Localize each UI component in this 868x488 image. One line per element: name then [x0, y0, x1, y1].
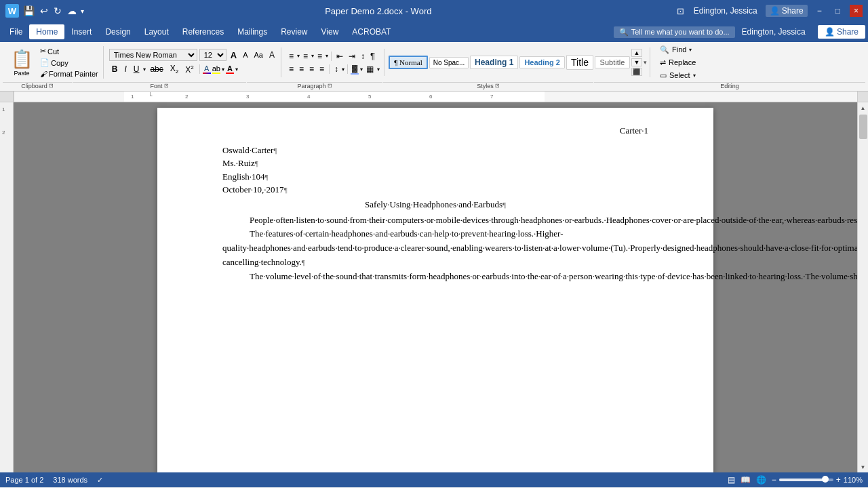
- styles-up-arrow[interactable]: ▲: [631, 49, 642, 57]
- italic-button[interactable]: I: [121, 64, 129, 75]
- dd-shading-arrow[interactable]: ▾: [360, 66, 363, 73]
- editing-label: Editing: [594, 82, 865, 89]
- superscript-button[interactable]: X2: [182, 64, 196, 75]
- document-title: Paper Demo 2.docx - Word: [325, 6, 431, 16]
- font-color-button[interactable]: A: [226, 64, 234, 74]
- text-effects-button[interactable]: A: [203, 64, 211, 74]
- menu-mailings[interactable]: Mailings: [231, 24, 274, 39]
- font-size-select[interactable]: 12: [199, 49, 226, 61]
- menu-design[interactable]: Design: [98, 24, 137, 39]
- share-button[interactable]: 👤 Share: [766, 5, 808, 17]
- align-left-button[interactable]: ≡: [287, 64, 296, 75]
- styles-expand-button[interactable]: ▾: [644, 59, 647, 66]
- multilevel-button[interactable]: ≡: [315, 51, 324, 62]
- dd-multilevel-arrow[interactable]: ▾: [326, 53, 328, 59]
- menu-file[interactable]: File: [3, 24, 29, 39]
- redo-button[interactable]: ↻: [52, 4, 63, 18]
- vertical-scrollbar[interactable]: ▲ ▼: [857, 102, 868, 472]
- scroll-up-button[interactable]: ▲: [858, 102, 869, 113]
- dd-underline-arrow[interactable]: ▾: [143, 66, 146, 73]
- style-heading2[interactable]: Heading 2: [519, 56, 565, 68]
- borders-button[interactable]: ▦: [364, 64, 376, 75]
- bullets-button[interactable]: ≡: [287, 51, 296, 62]
- read-mode-view[interactable]: 📖: [741, 475, 751, 485]
- copy-button[interactable]: 📄 Copy: [38, 58, 100, 68]
- restore-button[interactable]: ⊡: [673, 5, 688, 18]
- subscript-button[interactable]: X2: [167, 63, 181, 75]
- separator1: [199, 64, 200, 74]
- minimize-button[interactable]: −: [813, 5, 826, 17]
- zoom-slider[interactable]: [779, 479, 833, 481]
- menu-acrobat[interactable]: ACROBAT: [345, 24, 397, 39]
- scroll-thumb[interactable]: [859, 115, 867, 139]
- dd-numbering-arrow[interactable]: ▾: [311, 53, 314, 59]
- menu-review[interactable]: Review: [274, 24, 314, 39]
- font-shrink-button[interactable]: A: [241, 50, 250, 60]
- sort-button[interactable]: ↕: [359, 51, 367, 62]
- menu-layout[interactable]: Layout: [138, 24, 176, 39]
- styles-down-arrow[interactable]: ▼: [631, 58, 642, 66]
- document-page[interactable]: Carter·1 Oswald·Carter¶ Ms.·Ruiz¶ Englis…: [157, 108, 713, 472]
- bold-button[interactable]: B: [109, 64, 121, 75]
- style-no-spacing[interactable]: No Spac...: [429, 57, 469, 68]
- line-spacing-button[interactable]: ↕: [332, 64, 340, 75]
- menu-insert[interactable]: Insert: [64, 24, 98, 39]
- scroll-down-button[interactable]: ▼: [858, 462, 869, 472]
- clipboard-expand[interactable]: ⊡: [49, 83, 54, 89]
- style-heading1[interactable]: Heading 1: [470, 56, 518, 69]
- shading-button[interactable]: ▓: [351, 64, 359, 75]
- document-scroll-area[interactable]: Carter·1 Oswald·Carter¶ Ms.·Ruiz¶ Englis…: [14, 102, 857, 472]
- undo-button[interactable]: ↩: [39, 4, 50, 18]
- menu-view[interactable]: View: [315, 24, 346, 39]
- font-grow-button[interactable]: A: [229, 49, 239, 61]
- zoom-slider-thumb[interactable]: [822, 476, 829, 483]
- customize-qa: ▾: [81, 7, 84, 15]
- clear-format-button[interactable]: A: [267, 49, 277, 60]
- paste-button[interactable]: 📋 Paste: [5, 46, 38, 79]
- ruler-tick-3: 3: [246, 94, 249, 100]
- para-expand[interactable]: ⊡: [328, 83, 332, 89]
- tell-me-search[interactable]: 🔍 Tell me what you want to do...: [614, 26, 735, 38]
- show-formatting-button[interactable]: ¶: [368, 50, 377, 62]
- underline-button[interactable]: U: [131, 64, 142, 75]
- find-button[interactable]: 🔍 Find ▾: [657, 44, 698, 56]
- styles-expand[interactable]: ⊡: [495, 83, 500, 89]
- web-view[interactable]: 🌐: [756, 475, 766, 485]
- maximize-button[interactable]: □: [831, 5, 844, 17]
- numbering-button[interactable]: ≡: [301, 51, 310, 62]
- justify-button[interactable]: ≡: [317, 64, 326, 75]
- dd-line-spacing-arrow[interactable]: ▾: [342, 66, 344, 73]
- font-expand[interactable]: ⊡: [164, 83, 169, 89]
- replace-button[interactable]: ⇌ Replace: [657, 57, 698, 68]
- menu-references[interactable]: References: [176, 24, 231, 39]
- save-button[interactable]: 💾: [22, 4, 36, 18]
- zoom-out-button[interactable]: −: [772, 475, 776, 485]
- increase-indent-button[interactable]: ⇥: [347, 51, 357, 62]
- print-layout-view[interactable]: ▤: [728, 475, 735, 485]
- proofing-icon[interactable]: ✓: [97, 476, 103, 485]
- dd-bullets-arrow[interactable]: ▾: [297, 53, 300, 59]
- styles-more-arrow[interactable]: ⬛: [631, 68, 642, 76]
- strikethrough-button[interactable]: abc: [147, 64, 165, 75]
- cut-button[interactable]: ✂ Cut: [38, 46, 100, 56]
- format-painter-button[interactable]: 🖌 Format Painter: [38, 69, 100, 79]
- dd-borders-arrow[interactable]: ▾: [377, 66, 380, 73]
- style-subtitle[interactable]: Subtitle: [595, 56, 630, 68]
- menu-home[interactable]: Home: [29, 24, 64, 39]
- decrease-indent-button[interactable]: ⇤: [334, 51, 345, 62]
- dd-highlight-arrow[interactable]: ▾: [222, 66, 224, 73]
- autosave-button[interactable]: ☁: [66, 4, 78, 18]
- dd-font-color-arrow[interactable]: ▾: [235, 66, 238, 73]
- style-title[interactable]: Title: [566, 55, 593, 70]
- style-normal[interactable]: ¶ Normal: [389, 56, 428, 69]
- align-center-button[interactable]: ≡: [297, 64, 306, 75]
- align-right-button[interactable]: ≡: [307, 64, 316, 75]
- zoom-in-button[interactable]: +: [836, 475, 841, 485]
- change-case-button[interactable]: Aa: [252, 50, 264, 60]
- font-family-select[interactable]: Times New Roman: [109, 49, 197, 61]
- scroll-track[interactable]: [859, 113, 868, 462]
- select-button[interactable]: ▭ Select ▾: [657, 70, 698, 81]
- highlight-button[interactable]: ab: [212, 64, 220, 74]
- share-ribbon-button[interactable]: 👤 Share: [818, 25, 865, 39]
- close-button[interactable]: ×: [850, 5, 863, 17]
